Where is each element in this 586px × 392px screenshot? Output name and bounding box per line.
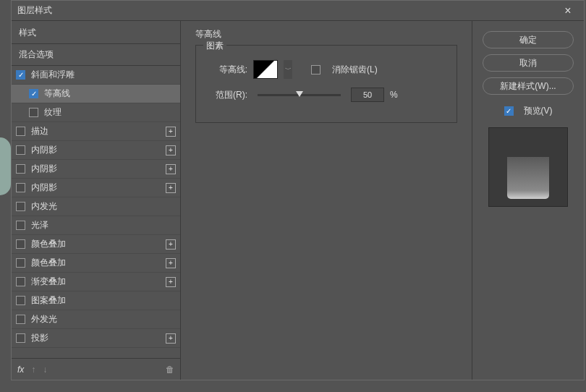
style-row[interactable]: 斜面和浮雕 — [12, 66, 180, 85]
range-unit: % — [390, 90, 398, 100]
antialias-label: 消除锯齿(L) — [332, 64, 378, 76]
style-row[interactable]: 纹理 — [12, 103, 180, 122]
elements-group: 图素 等高线: ﹀ 消除锯齿(L) 范围(R): % — [195, 45, 457, 123]
move-down-icon[interactable]: ↓ — [43, 365, 47, 375]
sidebar-header[interactable]: 样式 — [12, 21, 180, 43]
style-checkbox[interactable] — [16, 127, 25, 136]
style-label: 斜面和浮雕 — [31, 69, 176, 81]
add-effect-icon[interactable]: + — [166, 333, 176, 344]
style-label: 等高线 — [44, 88, 176, 100]
style-label: 图案叠加 — [31, 294, 176, 307]
ok-button[interactable]: 确定 — [483, 31, 574, 48]
style-checkbox[interactable] — [16, 70, 25, 80]
style-checkbox[interactable] — [16, 183, 25, 192]
range-label: 范围(R): — [208, 89, 247, 101]
style-checkbox[interactable] — [16, 296, 25, 305]
style-row[interactable]: 内发光 — [12, 197, 180, 216]
style-label: 内阴影 — [31, 144, 166, 156]
blending-options[interactable]: 混合选项 — [12, 43, 180, 66]
contour-picker[interactable] — [253, 60, 278, 79]
add-effect-icon[interactable]: + — [166, 277, 176, 287]
style-row[interactable]: 内阴影+ — [12, 141, 180, 160]
style-label: 描边 — [31, 125, 166, 137]
contour-label: 等高线: — [208, 64, 247, 76]
style-checkbox[interactable] — [16, 333, 25, 343]
trash-icon[interactable]: 🗑 — [166, 365, 174, 375]
slider-thumb[interactable] — [296, 91, 303, 97]
chevron-down-icon: ﹀ — [285, 65, 292, 74]
style-label: 光泽 — [31, 219, 176, 231]
panel-title: 等高线 — [195, 28, 457, 41]
style-row[interactable]: 内阴影+ — [12, 160, 180, 179]
preview-label: 预览(V) — [524, 105, 553, 117]
close-button[interactable]: × — [558, 1, 578, 21]
style-label: 纹理 — [44, 106, 176, 119]
style-label: 颜色叠加 — [31, 238, 166, 250]
style-checkbox[interactable] — [29, 89, 38, 98]
style-label: 内阴影 — [31, 163, 166, 175]
style-label: 内发光 — [31, 200, 176, 213]
style-checkbox[interactable] — [16, 239, 25, 249]
style-label: 外发光 — [31, 313, 176, 325]
add-effect-icon[interactable]: + — [166, 183, 176, 193]
group-legend: 图素 — [203, 40, 226, 52]
add-effect-icon[interactable]: + — [166, 258, 176, 268]
close-icon: × — [564, 4, 571, 17]
style-checkbox[interactable] — [16, 315, 25, 324]
style-list: 斜面和浮雕等高线纹理描边+内阴影+内阴影+内阴影+内发光光泽颜色叠加+颜色叠加+… — [12, 66, 180, 358]
new-style-button[interactable]: 新建样式(W)... — [483, 77, 574, 95]
style-row[interactable]: 外发光 — [12, 310, 180, 329]
button-panel: 确定 取消 新建样式(W)... 预览(V) — [472, 21, 584, 380]
range-slider[interactable] — [258, 94, 341, 96]
style-row[interactable]: 图案叠加 — [12, 291, 180, 310]
range-input[interactable] — [351, 88, 384, 102]
contour-dropdown[interactable]: ﹀ — [284, 60, 292, 79]
add-effect-icon[interactable]: + — [166, 145, 176, 155]
style-checkbox[interactable] — [16, 258, 25, 268]
fx-menu[interactable]: fx — [17, 365, 24, 375]
styles-sidebar: 样式 混合选项 斜面和浮雕等高线纹理描边+内阴影+内阴影+内阴影+内发光光泽颜色… — [12, 21, 181, 380]
style-checkbox[interactable] — [16, 277, 25, 286]
style-checkbox[interactable] — [16, 202, 25, 211]
antialias-checkbox[interactable] — [311, 65, 320, 74]
style-row[interactable]: 内阴影+ — [12, 179, 180, 197]
style-checkbox[interactable] — [16, 221, 25, 230]
preview-checkbox[interactable] — [504, 106, 514, 116]
add-effect-icon[interactable]: + — [166, 127, 176, 137]
style-row[interactable]: 颜色叠加+ — [12, 254, 180, 273]
style-label: 渐变叠加 — [31, 276, 166, 288]
style-checkbox[interactable] — [16, 145, 25, 155]
add-effect-icon[interactable]: + — [166, 239, 176, 250]
window-title: 图层样式 — [17, 4, 558, 17]
style-row[interactable]: 投影+ — [12, 329, 180, 348]
style-label: 内阴影 — [31, 182, 166, 194]
preview-thumbnail — [488, 127, 568, 207]
style-row[interactable]: 渐变叠加+ — [12, 273, 180, 291]
move-up-icon[interactable]: ↑ — [31, 365, 35, 375]
layer-style-dialog: 图层样式 × 样式 混合选项 斜面和浮雕等高线纹理描边+内阴影+内阴影+内阴影+… — [11, 0, 585, 380]
add-effect-icon[interactable]: + — [166, 164, 176, 174]
style-label: 投影 — [31, 332, 166, 344]
cancel-button[interactable]: 取消 — [483, 54, 574, 72]
style-checkbox[interactable] — [29, 108, 38, 117]
titlebar: 图层样式 × — [12, 1, 584, 21]
style-label: 颜色叠加 — [31, 257, 166, 269]
style-checkbox[interactable] — [16, 164, 25, 174]
settings-panel: 等高线 图素 等高线: ﹀ 消除锯齿(L) 范围(R): — [181, 21, 472, 380]
style-row[interactable]: 光泽 — [12, 216, 180, 235]
style-row[interactable]: 等高线 — [12, 85, 180, 103]
sidebar-footer: fx ↑ ↓ 🗑 — [12, 358, 180, 380]
style-row[interactable]: 描边+ — [12, 122, 180, 141]
style-row[interactable]: 颜色叠加+ — [12, 235, 180, 254]
